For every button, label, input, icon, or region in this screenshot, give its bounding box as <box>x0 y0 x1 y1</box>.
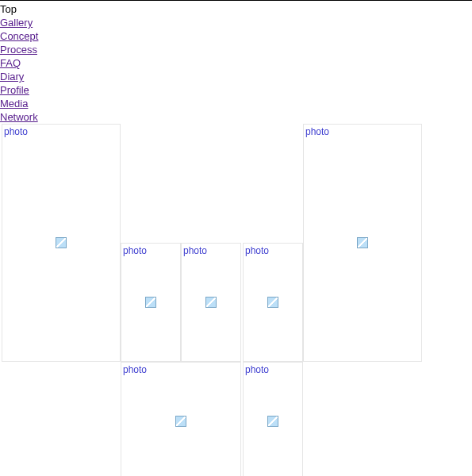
nav-links: Gallery Concept Process FAQ Diary Profil… <box>0 16 472 124</box>
tile-caption: photo <box>305 126 329 137</box>
image-placeholder-icon <box>145 297 156 308</box>
image-placeholder-icon <box>56 237 67 248</box>
nav-top: Top Gallery Concept Process FAQ Diary Pr… <box>0 1 472 124</box>
nav-link-diary[interactable]: Diary <box>0 70 24 83</box>
nav-link-concept[interactable]: Concept <box>0 29 38 43</box>
nav-link-faq[interactable]: FAQ <box>0 56 21 70</box>
image-placeholder-icon <box>205 297 217 308</box>
tile-caption: photo <box>123 245 147 256</box>
gallery-tile[interactable]: photo <box>121 243 181 362</box>
gallery-tile[interactable]: photo <box>303 124 422 362</box>
gallery-tile[interactable]: photo <box>243 243 303 362</box>
tile-caption: photo <box>183 245 207 256</box>
tile-caption: photo <box>123 364 147 375</box>
image-placeholder-icon <box>267 416 278 427</box>
gallery-tile[interactable]: photo <box>121 362 241 476</box>
tile-caption: photo <box>245 245 269 256</box>
gallery-tile[interactable]: photo <box>2 124 121 362</box>
tile-caption: photo <box>4 126 28 137</box>
image-placeholder-icon <box>357 237 368 248</box>
tile-caption: photo <box>245 364 269 375</box>
gallery-tile[interactable]: photo <box>181 243 241 362</box>
gallery-tile[interactable]: photo <box>243 362 303 476</box>
nav-link-network[interactable]: Network <box>0 110 38 124</box>
nav-link-profile[interactable]: Profile <box>0 83 29 97</box>
nav-link-process[interactable]: Process <box>0 43 37 56</box>
image-placeholder-icon <box>175 416 186 427</box>
image-placeholder-icon <box>267 297 278 308</box>
nav-link-gallery[interactable]: Gallery <box>0 16 33 29</box>
nav-top-label: Top <box>0 2 472 16</box>
gallery-area: photo photo photo photo photo photo phot… <box>0 124 472 476</box>
nav-link-media[interactable]: Media <box>0 97 28 110</box>
